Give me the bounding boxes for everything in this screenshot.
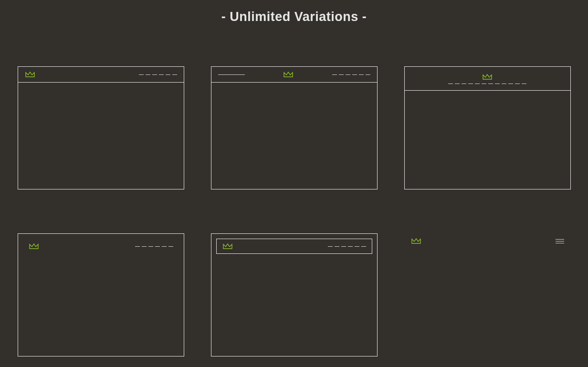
card-header-inset bbox=[216, 239, 372, 254]
card-header bbox=[404, 233, 571, 245]
variation-card-6[interactable] bbox=[404, 233, 571, 357]
card-header bbox=[18, 234, 184, 250]
variations-grid bbox=[0, 24, 588, 357]
crown-icon bbox=[25, 71, 35, 78]
page-title: - Unlimited Variations - bbox=[0, 0, 588, 24]
crown-icon bbox=[222, 242, 233, 250]
menu-placeholder bbox=[332, 74, 370, 75]
crown-icon bbox=[482, 73, 493, 81]
menu-placeholder bbox=[328, 246, 366, 247]
variation-card-4[interactable] bbox=[18, 233, 184, 357]
card-header bbox=[405, 67, 570, 91]
crown-icon bbox=[411, 237, 421, 245]
variation-card-5[interactable] bbox=[211, 233, 378, 357]
menu-placeholder bbox=[139, 74, 177, 75]
card-header bbox=[18, 67, 184, 83]
variation-card-3[interactable] bbox=[404, 66, 571, 189]
card-header bbox=[211, 67, 377, 83]
search-placeholder-line bbox=[218, 74, 245, 75]
variation-card-2[interactable] bbox=[211, 66, 378, 189]
menu-placeholder bbox=[135, 246, 173, 247]
crown-icon bbox=[29, 242, 39, 250]
hamburger-icon[interactable] bbox=[556, 239, 564, 243]
crown-icon bbox=[283, 71, 294, 78]
menu-placeholder bbox=[448, 84, 526, 84]
variation-card-1[interactable] bbox=[18, 66, 184, 189]
card-header-wrap bbox=[211, 234, 377, 259]
